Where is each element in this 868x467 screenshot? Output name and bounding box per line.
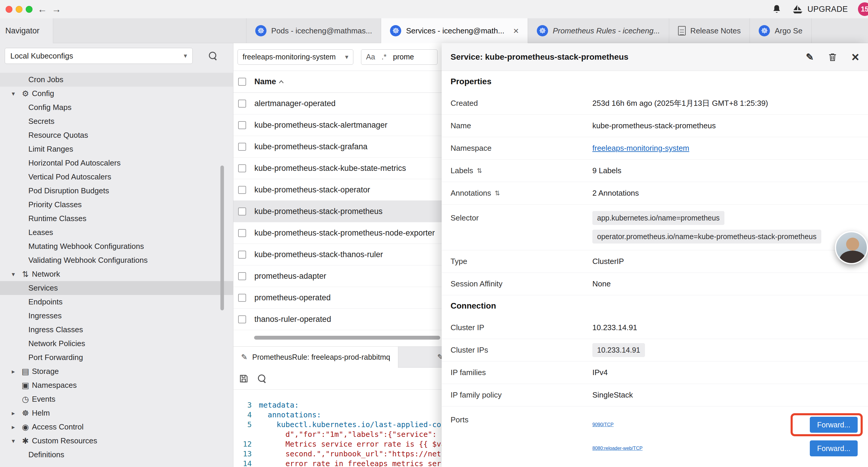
sidebar-item[interactable]: Cron Jobs: [0, 73, 234, 87]
table-row[interactable]: kube-prometheus-stack-kube-state-metrics: [234, 157, 442, 179]
tab-release-notes[interactable]: Release Notes: [669, 18, 750, 43]
sidebar-item[interactable]: ▾ ✱ Custom Resources: [0, 434, 234, 448]
edit-pencil-icon: ✎: [437, 353, 442, 362]
sidebar-item[interactable]: Pod Disruption Budgets: [0, 184, 234, 198]
tab-pods[interactable]: ☸ Pods - icecheng@mathmas...: [246, 18, 381, 43]
filter-input[interactable]: Aa .* prome: [361, 49, 438, 65]
row-checkbox[interactable]: [238, 229, 246, 237]
navigator-panel-tab[interactable]: Navigator: [0, 18, 53, 43]
row-checkbox[interactable]: [238, 121, 246, 129]
sidebar-item[interactable]: Resource Quotas: [0, 128, 234, 142]
table-row[interactable]: kube-prometheus-stack-operator: [234, 179, 442, 201]
close-icon[interactable]: ×: [851, 51, 859, 63]
sidebar-item[interactable]: Ingresses: [0, 309, 234, 323]
row-checkbox[interactable]: [238, 207, 246, 215]
notification-count-badge[interactable]: 15: [858, 2, 868, 16]
sidebar-item[interactable]: Services: [0, 281, 234, 295]
chevron-icon[interactable]: ▸: [8, 368, 19, 375]
ports-row: Ports 9090/TCP Forward... 8080:reloader-…: [442, 406, 868, 467]
table-row[interactable]: kube-prometheus-stack-prometheus-node-ex…: [234, 222, 442, 244]
sidebar-item[interactable]: Endpoints: [0, 295, 234, 309]
edit-icon[interactable]: ✎: [806, 52, 814, 63]
sidebar-item[interactable]: ▸ ☸ Helm: [0, 406, 234, 420]
sidebar-item[interactable]: ▣ Namespaces: [0, 378, 234, 392]
match-case-toggle[interactable]: Aa: [366, 53, 375, 61]
row-checkbox[interactable]: [238, 186, 246, 194]
window-minimize-button[interactable]: [16, 6, 23, 13]
row-checkbox[interactable]: [238, 272, 246, 280]
close-icon[interactable]: ×: [513, 25, 519, 36]
ip-families-row: IP families IPv4: [442, 361, 868, 384]
tab-services[interactable]: ☸ Services - icecheng@math... ×: [381, 18, 528, 43]
window-zoom-button[interactable]: [26, 6, 32, 13]
expand-toggle-icon[interactable]: ⇅: [495, 189, 500, 197]
sidebar-item[interactable]: ▸ ◉ Access Control: [0, 420, 234, 434]
row-checkbox[interactable]: [238, 294, 246, 302]
table-row[interactable]: kube-prometheus-stack-alertmanager: [234, 114, 442, 136]
sidebar-item[interactable]: ▾ ⇅ Network: [0, 267, 234, 281]
chevron-icon[interactable]: ▸: [8, 424, 19, 431]
expand-toggle-icon[interactable]: ⇅: [477, 167, 482, 175]
regex-toggle[interactable]: .*: [382, 53, 387, 61]
kubeconfig-selector[interactable]: Local Kubeconfigs ▾: [5, 48, 193, 64]
sidebar-item[interactable]: Runtime Classes: [0, 212, 234, 226]
namespace-selector[interactable]: freeleaps-monitoring-system ▾: [238, 49, 353, 65]
namespace-link[interactable]: freeleaps-monitoring-system: [592, 144, 689, 153]
tab-argo[interactable]: ☸ Argo Se: [750, 18, 812, 43]
name-column-header[interactable]: Name: [254, 77, 284, 86]
sidebar-item[interactable]: Config Maps: [0, 100, 234, 114]
table-row[interactable]: prometheus-adapter: [234, 265, 442, 287]
table-row[interactable]: kube-prometheus-stack-prometheus: [234, 201, 442, 222]
sidebar-item[interactable]: ▾ ⚙ Config: [0, 87, 234, 100]
sidebar-item[interactable]: Definitions: [0, 448, 234, 462]
sidebar-item[interactable]: Priority Classes: [0, 198, 234, 212]
floating-user-avatar[interactable]: [835, 231, 868, 264]
tab-prometheus-rules[interactable]: ☸ Prometheus Rules - icecheng...: [528, 18, 669, 43]
sidebar-item[interactable]: Limit Ranges: [0, 142, 234, 156]
port-link[interactable]: 8080:reloader-web/TCP: [592, 446, 643, 451]
table-row[interactable]: prometheus-operated: [234, 287, 442, 309]
editor-tab-prometheusrule[interactable]: ✎ PrometheusRule: freeleaps-prod-rabbitm…: [234, 347, 398, 368]
chevron-icon[interactable]: ▾: [8, 90, 19, 97]
table-row[interactable]: alertmanager-operated: [234, 93, 442, 114]
select-all-checkbox[interactable]: [238, 78, 246, 86]
back-button[interactable]: ←: [36, 2, 49, 16]
upgrade-button[interactable]: UPGRADE: [792, 4, 848, 14]
sidebar-item[interactable]: Horizontal Pod Autoscalers: [0, 156, 234, 170]
editor-tab-partial[interactable]: ✎: [430, 347, 442, 368]
row-checkbox[interactable]: [238, 315, 246, 323]
sidebar-item[interactable]: Secrets: [0, 114, 234, 128]
yaml-editor[interactable]: 3 metadata: 4 annotations: 5 kubectl.kub…: [234, 389, 442, 467]
forward-button[interactable]: Forward...: [810, 440, 858, 456]
sidebar-item[interactable]: Network Policies: [0, 337, 234, 351]
chevron-icon[interactable]: ▾: [8, 437, 19, 444]
editor-search-icon[interactable]: [258, 374, 267, 383]
forward-button[interactable]: Forward...: [810, 417, 858, 433]
sidebar-search-icon[interactable]: [209, 52, 217, 60]
table-row[interactable]: kube-prometheus-stack-grafana: [234, 136, 442, 157]
save-icon[interactable]: [239, 374, 249, 384]
port-link[interactable]: 9090/TCP: [592, 422, 614, 428]
window-close-button[interactable]: [6, 6, 12, 13]
chevron-icon[interactable]: ▾: [8, 271, 19, 278]
row-checkbox[interactable]: [238, 143, 246, 151]
sidebar-item[interactable]: Leases: [0, 226, 234, 239]
notifications-bell-icon[interactable]: [771, 4, 782, 14]
sidebar-item[interactable]: Validating Webhook Configurations: [0, 253, 234, 267]
table-row[interactable]: kube-prometheus-stack-thanos-ruler: [234, 244, 442, 265]
row-checkbox[interactable]: [238, 251, 246, 259]
table-row[interactable]: thanos-ruler-operated: [234, 309, 442, 330]
sidebar-item[interactable]: Ingress Classes: [0, 323, 234, 337]
sidebar-item[interactable]: Port Forwarding: [0, 351, 234, 364]
row-checkbox[interactable]: [238, 164, 246, 172]
sidebar-item[interactable]: ◷ Events: [0, 392, 234, 406]
forward-button[interactable]: →: [50, 2, 63, 16]
sidebar-item[interactable]: Vertical Pod Autoscalers: [0, 170, 234, 184]
delete-icon[interactable]: [828, 52, 837, 62]
horizontal-scrollbar[interactable]: [254, 336, 440, 340]
sidebar-item[interactable]: ▸ ▤ Storage: [0, 364, 234, 378]
sidebar-scrollbar[interactable]: [220, 166, 224, 310]
row-checkbox[interactable]: [238, 99, 246, 108]
chevron-icon[interactable]: ▸: [8, 410, 19, 417]
sidebar-item[interactable]: Mutating Webhook Configurations: [0, 239, 234, 253]
